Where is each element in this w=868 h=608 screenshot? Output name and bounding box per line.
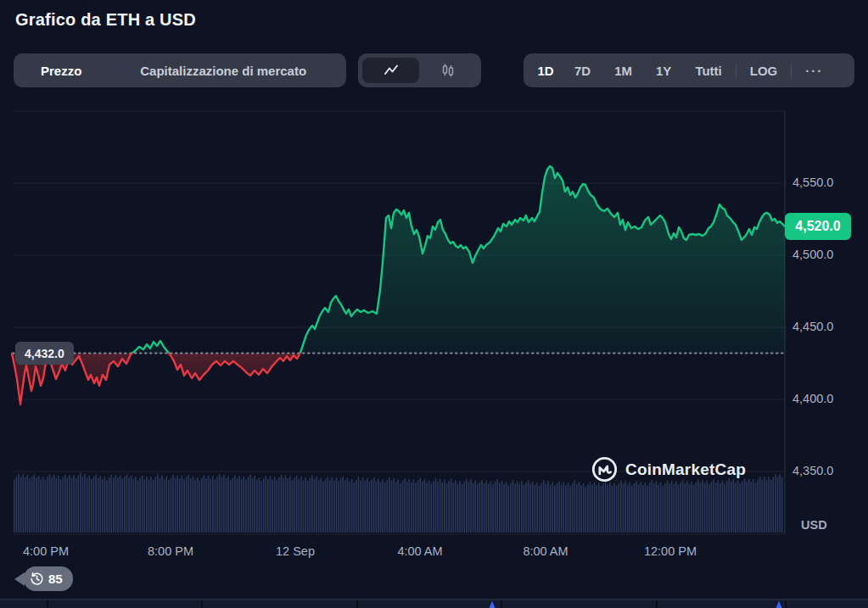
line-chart-icon: [382, 61, 400, 80]
current-price-value: 4,520.0: [795, 219, 840, 234]
current-price-tag: 4,520.0: [785, 213, 851, 240]
chart-navigator[interactable]: [0, 600, 868, 608]
log-scale-button[interactable]: LOG: [738, 58, 790, 83]
range-1m-button[interactable]: 1M: [602, 58, 644, 83]
range-1y-button[interactable]: 1Y: [644, 58, 683, 83]
baseline-price-label: 4,432.0: [15, 342, 74, 365]
baseline-price-value: 4,432.0: [25, 347, 64, 360]
eth-usd-chart-page: { "header": { "title": "Grafico da ETH a…: [0, 0, 868, 608]
range-separator: [736, 64, 736, 78]
history-count-value: 85: [48, 572, 63, 586]
history-count-badge[interactable]: 85: [24, 566, 73, 591]
candlestick-button[interactable]: [419, 58, 476, 83]
range-all-button[interactable]: Tutti: [683, 58, 733, 83]
watermark-label: CoinMarketCap: [625, 460, 746, 479]
metric-toggle: Prezzo Capitalizzazione di mercato: [14, 53, 346, 87]
more-options-button[interactable]: ···: [793, 58, 833, 83]
range-1d-button[interactable]: 1D: [529, 58, 563, 83]
tab-market-cap[interactable]: Capitalizzazione di mercato: [104, 64, 342, 78]
watermark: CoinMarketCap: [591, 456, 746, 482]
candlestick-icon: [439, 61, 457, 80]
area-above-baseline: [12, 166, 785, 404]
range-toggle: 1D 7D 1M 1Y Tutti LOG ···: [524, 53, 854, 87]
coinmarketcap-logo-icon: [591, 456, 618, 482]
range-7d-button[interactable]: 7D: [563, 58, 602, 83]
tab-price[interactable]: Prezzo: [18, 58, 104, 83]
page-title: Grafico da ETH a USD: [15, 10, 196, 30]
line-chart-button[interactable]: [362, 58, 419, 83]
history-clock-icon: [30, 572, 44, 586]
range-separator: [791, 64, 792, 78]
price-chart[interactable]: [0, 0, 868, 608]
chart-type-toggle: [358, 53, 481, 87]
